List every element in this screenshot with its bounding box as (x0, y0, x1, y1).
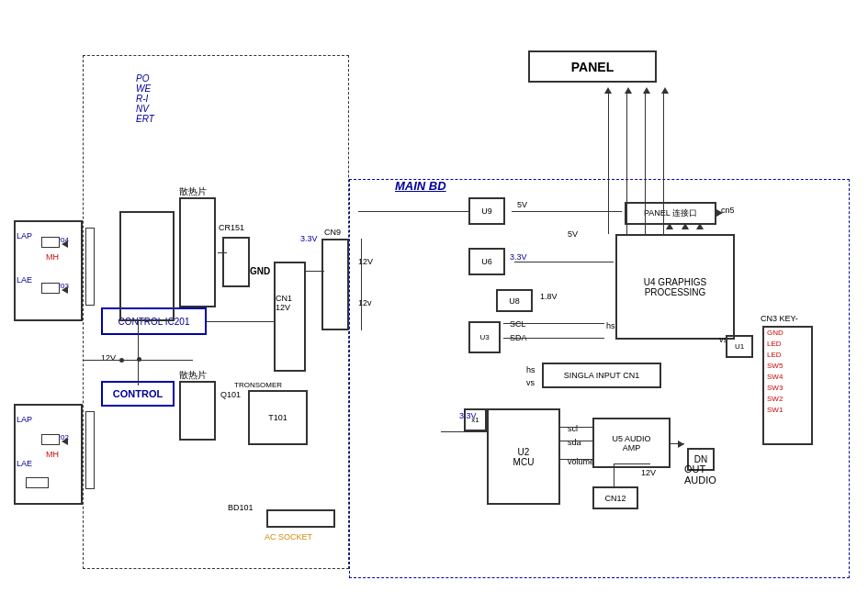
ic201-main-chip (119, 211, 175, 321)
scl2-label: scl (568, 424, 578, 433)
cn12-box: CN12 (592, 486, 638, 509)
wire-h-2 (514, 262, 614, 262)
pin-col-top (85, 228, 95, 306)
arrow-u4-3 (696, 223, 704, 229)
power-invert-label: PO WE R-I NV ERT (136, 73, 154, 124)
u8-label: U8 (509, 296, 520, 306)
vs2-label: vs (526, 378, 535, 387)
wire-sda (503, 338, 604, 339)
wire-h-1 (358, 211, 468, 212)
cn204-rect (41, 237, 60, 248)
dot-12v (137, 357, 141, 362)
cn12-label: CN12 (604, 494, 626, 503)
t101-box: T101 (248, 390, 308, 445)
cn3-led2: LED (767, 351, 783, 359)
cn3-sw4: SW4 (767, 373, 783, 381)
mh-bottom-label: MH (46, 450, 59, 459)
wire-v-3 (626, 92, 627, 234)
wire-v-1 (361, 239, 362, 330)
u6-box: U6 (468, 248, 505, 275)
u9-label: U9 (481, 207, 492, 216)
t101-label: T101 (268, 413, 287, 422)
cn203-rect (41, 283, 60, 294)
cn3-sw3: SW3 (767, 384, 783, 392)
lap-lae-bottom: LAP LAE (17, 415, 32, 468)
v12-cn12-label: 12V (641, 468, 656, 477)
tronsomer-label: TRONSOMER (234, 381, 282, 389)
u5-audio-box: U5 AUDIOAMP (592, 418, 671, 468)
cn202-rect (41, 434, 60, 445)
wire-v-4 (645, 92, 646, 234)
cn1-label: CN112V (276, 294, 292, 312)
cn9-box (321, 239, 349, 330)
scl-label: SCL (510, 319, 526, 329)
cn1-box (274, 262, 306, 372)
arrow-cn203 (62, 286, 68, 294)
panel-box: PANEL (528, 50, 657, 83)
panel-conn-label: PANEL 连接口 (644, 207, 697, 219)
u5-audio-label: U5 AUDIOAMP (612, 434, 650, 452)
pin-col-bottom (85, 411, 95, 489)
arrow-u4-2 (682, 223, 689, 229)
bottom-connector-rect (26, 477, 49, 488)
wire-cn1-cn9 (306, 271, 324, 272)
ac-socket-label: AC SOCKET (265, 532, 312, 541)
v12-left-label: 12V (101, 353, 116, 363)
wire-v-5 (663, 92, 664, 234)
heatsink2-box (179, 381, 216, 441)
wire-u2-u5-sda (560, 441, 592, 441)
out-audio-label: OUTAUDIO (684, 463, 716, 486)
v1-8-label: 1.8V (540, 292, 558, 301)
u9-box: U9 (468, 197, 505, 225)
arrow-cn204 (62, 240, 68, 248)
cn3-sw1: SW1 (767, 406, 783, 414)
singla-input-box: SINGLA INPUT CN1 (542, 363, 661, 388)
cn5-label: cn5 (721, 206, 735, 215)
cn3-sw5: SW5 (767, 362, 783, 370)
arrow-u4-1 (666, 223, 673, 229)
wire-scl (503, 323, 604, 324)
v3-3-u2-label: 3.3V (459, 411, 477, 420)
cn3-gnd: GND (767, 329, 783, 337)
u2-mcu-box: U2MCU (487, 408, 560, 505)
control-label: CONTROL (113, 388, 163, 399)
u1-label: U1 (735, 342, 744, 351)
u1-box: U1 (726, 335, 753, 358)
hs-label: hs (606, 321, 615, 330)
wire-cr151 (218, 252, 227, 253)
ac-socket-box (266, 509, 335, 528)
u8-box: U8 (496, 289, 533, 312)
u2-mcu-label: U2MCU (513, 447, 535, 467)
lap-lae-top: LAP LAE (17, 231, 32, 285)
heatsink1-box (179, 197, 216, 307)
u6-label: U6 (481, 257, 492, 266)
wire-volume (560, 459, 592, 460)
q101-label: Q101 (220, 390, 241, 399)
bd101-label: BD101 (228, 503, 254, 512)
wire-u2 (441, 431, 487, 432)
v3-3-u6-label: 3.3V (510, 252, 527, 262)
cr151-label: CR151 (219, 223, 244, 232)
wire-h-3 (512, 211, 622, 212)
arrow-u5-dn (678, 441, 684, 448)
arrow-cn202 (62, 438, 68, 445)
u3-label: U3 (479, 333, 489, 341)
v3-3-top-label: 3.3V (300, 234, 318, 243)
cn3-led1: LED (767, 340, 783, 348)
panel-label: PANEL (571, 60, 614, 74)
u3-box: U3 (468, 321, 501, 353)
v5-u9-label: 5V (517, 200, 527, 209)
heatsink2-label: 散热片 (179, 369, 207, 382)
mh-top-label: MH (46, 252, 59, 262)
cr151-box (222, 237, 250, 287)
wire-v-control (138, 321, 139, 385)
u4-label: U4 GRAPHIGSPROCESSING (644, 277, 706, 297)
cn3-key-label: CN3 KEY- (761, 314, 798, 323)
cn3-sw2: SW2 (767, 395, 783, 403)
cn9-label: CN9 (324, 228, 341, 237)
wire-cn12-v (614, 463, 614, 486)
sda2-label: sda (568, 438, 581, 447)
wire-v-2 (608, 92, 609, 234)
arrow-panel-conn (716, 209, 723, 217)
u4-box: U4 GRAPHIGSPROCESSING (615, 234, 735, 340)
